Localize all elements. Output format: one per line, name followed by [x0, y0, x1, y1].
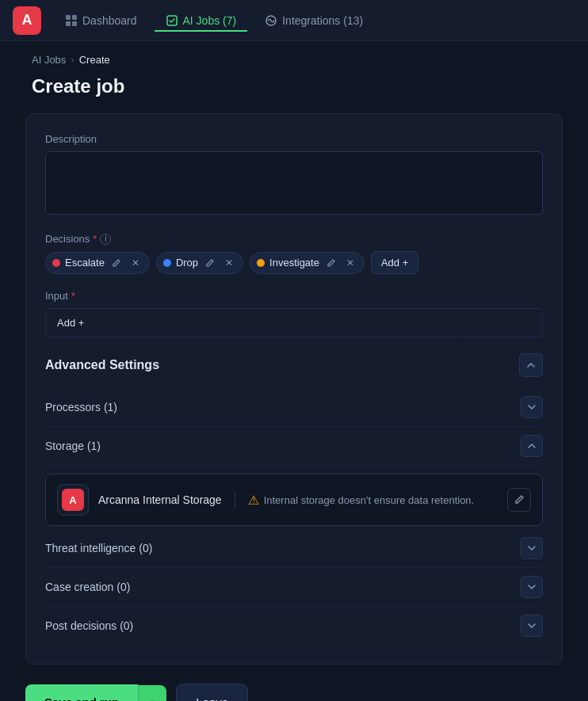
drop-label: Drop	[176, 257, 198, 269]
decisions-required: *	[93, 233, 97, 245]
input-label: Input *	[45, 290, 543, 302]
drop-close-icon[interactable]: ✕	[222, 256, 236, 270]
threat-intelligence-chevron[interactable]	[521, 537, 543, 559]
decision-chip-investigate: Investigate ✕	[250, 252, 365, 274]
storage-logo-inner: A	[62, 489, 84, 511]
decision-chip-escalate: Escalate ✕	[45, 252, 150, 274]
post-decisions-chevron[interactable]	[521, 615, 543, 637]
top-navigation: A Dashboard AI Jobs (7)	[0, 0, 588, 41]
escalate-close-icon[interactable]: ✕	[128, 256, 143, 270]
nav-item-integrations[interactable]: Integrations (13)	[254, 10, 374, 32]
case-creation-accordion[interactable]: Case creation (0)	[45, 568, 543, 607]
advanced-settings-title: Advanced Settings	[45, 358, 159, 372]
input-section: Input * Add +	[45, 290, 543, 337]
dashboard-icon	[65, 14, 78, 27]
processors-accordion[interactable]: Processors (1)	[45, 388, 543, 427]
storage-edit-button[interactable]	[507, 488, 531, 512]
svg-rect-1	[72, 15, 77, 20]
investigate-close-icon[interactable]: ✕	[343, 256, 357, 270]
post-decisions-accordion[interactable]: Post decisions (0)	[45, 607, 543, 645]
ai-jobs-icon	[166, 14, 178, 27]
bottom-actions: Save and run ▾ Leave	[0, 665, 588, 701]
investigate-dot	[257, 259, 265, 267]
threat-intelligence-accordion[interactable]: Threat intelligence (0)	[45, 529, 543, 568]
drop-dot	[163, 259, 171, 267]
warning-icon: ⚠	[248, 493, 259, 508]
storage-card: A Arcanna Internal Storage ⚠ Internal st…	[45, 474, 543, 526]
post-decisions-label: Post decisions (0)	[45, 619, 133, 632]
escalate-label: Escalate	[65, 257, 105, 269]
advanced-settings-header: Advanced Settings	[45, 353, 543, 377]
investigate-edit-icon[interactable]	[324, 256, 338, 270]
nav-item-ai-jobs[interactable]: AI Jobs (7)	[155, 10, 248, 32]
svg-rect-3	[72, 21, 77, 26]
page-title: Create job	[0, 72, 588, 113]
breadcrumb-separator: ›	[71, 54, 74, 66]
threat-intelligence-label: Threat intelligence (0)	[45, 542, 152, 554]
storage-accordion[interactable]: Storage (1)	[45, 427, 543, 466]
advanced-settings-toggle[interactable]	[519, 353, 543, 377]
add-input-button[interactable]: Add +	[57, 317, 84, 329]
storage-warning: ⚠ Internal storage doesn't ensure data r…	[248, 493, 498, 508]
description-label: Description	[45, 133, 543, 145]
nav-item-dashboard[interactable]: Dashboard	[54, 10, 148, 32]
storage-divider	[235, 490, 235, 509]
escalate-edit-icon[interactable]	[109, 256, 124, 270]
dropdown-chevron-icon: ▾	[150, 696, 155, 702]
case-creation-label: Case creation (0)	[45, 581, 130, 593]
storage-logo: A	[57, 484, 89, 516]
processors-label: Processors (1)	[45, 401, 117, 413]
escalate-dot	[52, 259, 60, 267]
investigate-label: Investigate	[269, 257, 319, 269]
processors-chevron[interactable]	[521, 396, 543, 418]
advanced-settings-section: Advanced Settings Processors (1) Storage…	[45, 353, 543, 645]
description-textarea[interactable]	[45, 151, 543, 215]
decision-chip-drop: Drop ✕	[156, 252, 243, 274]
svg-rect-2	[66, 21, 71, 26]
decisions-chips-row: Escalate ✕ Drop ✕	[45, 251, 543, 274]
storage-name: Arcanna Internal Storage	[98, 493, 222, 506]
decisions-info-icon[interactable]: i	[100, 234, 111, 245]
nav-dashboard-label: Dashboard	[82, 14, 137, 27]
save-and-run-button[interactable]: Save and run	[25, 684, 138, 701]
save-run-dropdown-button[interactable]: ▾	[138, 685, 166, 702]
decisions-section: Decisions * i Escalate ✕ Drop	[45, 233, 543, 274]
app-logo: A	[13, 6, 41, 35]
leave-button[interactable]: Leave	[176, 684, 248, 701]
nav-integrations-label: Integrations (13)	[282, 14, 363, 27]
input-required: *	[71, 290, 75, 302]
storage-chevron[interactable]	[521, 435, 543, 457]
description-section: Description	[45, 133, 543, 217]
create-job-card: Description Decisions * i Escalate ✕	[25, 113, 563, 665]
input-add-area: Add +	[45, 308, 543, 337]
integrations-icon	[265, 14, 277, 27]
breadcrumb-current: Create	[79, 54, 110, 66]
nav-ai-jobs-label: AI Jobs (7)	[183, 14, 237, 27]
add-decision-button[interactable]: Add +	[371, 251, 418, 274]
case-creation-chevron[interactable]	[521, 576, 543, 598]
storage-warning-text: Internal storage doesn't ensure data ret…	[264, 494, 475, 506]
svg-rect-0	[66, 15, 71, 20]
storage-label: Storage (1)	[45, 440, 101, 452]
breadcrumb-parent[interactable]: AI Jobs	[32, 54, 66, 66]
breadcrumb: AI Jobs › Create	[0, 41, 588, 72]
drop-edit-icon[interactable]	[203, 256, 217, 270]
decisions-label: Decisions * i	[45, 233, 543, 245]
